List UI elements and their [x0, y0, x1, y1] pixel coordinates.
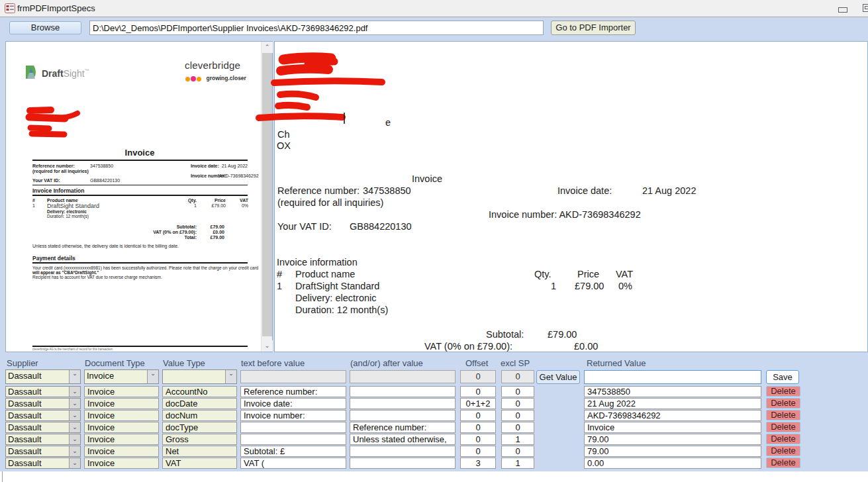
chevron-down-icon[interactable]: ⌄ — [69, 458, 80, 468]
chevron-down-icon[interactable]: ⌄ — [69, 422, 80, 432]
row-offset-input[interactable]: 3 — [460, 458, 496, 469]
delete-button[interactable]: Delete — [766, 446, 800, 456]
chevron-down-icon[interactable]: ⌄ — [69, 446, 80, 456]
row-doc-type-cell[interactable]: Invoice — [84, 410, 159, 421]
row-value-type-cell[interactable]: docNum — [162, 410, 237, 421]
scroll-down-button[interactable]: ⌄ — [262, 340, 273, 352]
file-path-input[interactable] — [89, 21, 544, 35]
row-supplier-combo[interactable]: Dassault ⌄ — [5, 398, 81, 409]
row-offset-input[interactable]: 0+1+2 — [460, 398, 496, 409]
row-after-input[interactable] — [350, 386, 456, 397]
row-supplier-combo[interactable]: Dassault ⌄ — [5, 422, 81, 433]
row-doc-type-cell[interactable]: Invoice — [84, 422, 159, 433]
row-before-input[interactable] — [240, 422, 346, 433]
row-returned-value[interactable]: 21 Aug 2022 — [584, 398, 761, 409]
entry-offset-input[interactable]: 0 — [460, 370, 496, 383]
scroll-up-button[interactable]: ⌃ — [262, 42, 273, 53]
chevron-down-icon[interactable]: ⌄ — [225, 370, 236, 383]
entry-doc-type-combo[interactable]: Invoice ⌄ — [84, 369, 159, 384]
row-before-input[interactable]: VAT ( — [240, 458, 346, 469]
row-supplier-combo[interactable]: Dassault ⌄ — [5, 410, 81, 421]
chevron-down-icon[interactable]: ⌄ — [147, 370, 158, 383]
row-supplier-combo[interactable]: Dassault ⌄ — [5, 458, 81, 469]
row-supplier-combo[interactable]: Dassault ⌄ — [5, 386, 81, 397]
entry-supplier-combo[interactable]: Dassault ⌄ — [5, 369, 81, 384]
row-after-input[interactable] — [350, 446, 456, 457]
row-returned-value[interactable]: 79.00 — [584, 446, 761, 457]
row-returned-value[interactable]: AKD-73698346292 — [584, 410, 761, 421]
entry-excl-sp-input[interactable]: 0 — [501, 370, 534, 383]
fragment-line4: e — [385, 117, 391, 128]
row-before-input[interactable]: Reference number: — [240, 386, 346, 397]
delete-button[interactable]: Delete — [766, 458, 800, 468]
extracted-text-panel[interactable]: e Ch OX Invoice Reference number: 347538… — [274, 41, 868, 352]
row-after-input[interactable] — [350, 398, 456, 409]
text-item-delivery: Delivery: electronic — [295, 293, 377, 303]
row-excl-sp-input[interactable]: 0 — [501, 398, 534, 409]
row-before-input[interactable]: Invoice date: — [240, 398, 346, 409]
delete-button[interactable]: Delete — [766, 386, 800, 397]
chevron-down-icon[interactable]: ⌄ — [69, 411, 80, 420]
row-offset-input[interactable]: 0 — [460, 434, 496, 445]
row-returned-value[interactable]: Invoice — [584, 422, 761, 433]
row-excl-sp-input[interactable]: 1 — [501, 434, 534, 445]
header-returned: Returned Value — [587, 358, 646, 368]
row-value-type-cell[interactable]: VAT — [162, 458, 237, 469]
row-offset-input[interactable]: 0 — [460, 422, 496, 433]
preview-section-payment: Payment details — [32, 255, 75, 262]
row-after-input[interactable]: Reference number: — [350, 422, 456, 433]
window-control-partial[interactable] — [863, 4, 868, 12]
row-excl-sp-input[interactable]: 0 — [501, 410, 534, 421]
chevron-down-icon[interactable]: ⌄ — [69, 434, 80, 444]
entry-before-input[interactable] — [240, 370, 346, 383]
row-returned-value[interactable]: 0.00 — [584, 458, 761, 469]
row-offset-input[interactable]: 0 — [460, 446, 496, 457]
entry-after-input[interactable] — [350, 370, 456, 383]
row-value-type-cell[interactable]: docDate — [162, 398, 237, 409]
row-value-type-cell[interactable]: docType — [162, 422, 237, 433]
row-doc-type-cell[interactable]: Invoice — [84, 386, 159, 397]
save-button[interactable]: Save — [766, 370, 799, 384]
row-before-input[interactable]: Subtotal: £ — [240, 446, 346, 457]
text-item-qty: 1 — [551, 281, 556, 291]
row-doc-type-cell[interactable]: Invoice — [84, 434, 159, 445]
row-supplier-combo[interactable]: Dassault ⌄ — [5, 434, 81, 445]
row-doc-type-cell[interactable]: Invoice — [84, 458, 159, 469]
row-supplier-value: Dassault — [8, 422, 68, 432]
row-excl-sp-input[interactable]: 0 — [501, 386, 534, 397]
row-value-type-cell[interactable]: AccountNo — [162, 386, 237, 397]
row-excl-sp-input[interactable]: 1 — [501, 458, 534, 469]
row-offset-input[interactable]: 0 — [460, 410, 496, 421]
minimize-button[interactable] — [838, 7, 847, 13]
entry-value-type-combo[interactable]: ⌄ — [162, 369, 237, 384]
row-excl-sp-input[interactable]: 0 — [501, 422, 534, 433]
chevron-down-icon[interactable]: ⌄ — [69, 387, 80, 397]
pdf-scrollbar[interactable]: ⌃ ⌄ — [261, 42, 272, 352]
delete-button[interactable]: Delete — [766, 434, 800, 444]
chevron-down-icon[interactable]: ⌄ — [69, 370, 80, 383]
row-doc-type-cell[interactable]: Invoice — [84, 398, 159, 409]
entry-returned-input[interactable] — [584, 370, 761, 384]
row-after-input[interactable] — [350, 410, 456, 421]
row-before-input[interactable] — [240, 434, 346, 445]
row-before-input[interactable]: Invoice number: — [240, 410, 346, 421]
row-supplier-combo[interactable]: Dassault ⌄ — [5, 446, 81, 457]
delete-button[interactable]: Delete — [766, 398, 800, 409]
row-value-type-cell[interactable]: Gross — [162, 434, 237, 445]
row-excl-sp-input[interactable]: 0 — [501, 446, 534, 457]
delete-button[interactable]: Delete — [766, 422, 800, 432]
goto-pdf-importer-button[interactable]: Go to PDF Importer — [551, 21, 636, 35]
row-returned-value[interactable]: 347538850 — [584, 386, 761, 397]
chevron-down-icon[interactable]: ⌄ — [69, 399, 80, 409]
row-value-type-cell[interactable]: Net — [162, 446, 237, 457]
row-after-input[interactable] — [350, 458, 456, 469]
delete-button[interactable]: Delete — [766, 410, 800, 420]
browse-button[interactable]: Browse — [9, 21, 81, 34]
get-value-button[interactable]: Get Value — [536, 370, 580, 384]
header-excl-sp: excl SP — [501, 358, 530, 368]
row-offset-input[interactable]: 0 — [460, 386, 496, 397]
row-returned-value[interactable]: 79.00 — [584, 434, 761, 445]
row-doc-type-cell[interactable]: Invoice — [84, 446, 159, 457]
scrollbar-thumb[interactable] — [262, 53, 272, 336]
row-after-input[interactable]: Unless stated otherwise, — [350, 434, 456, 445]
